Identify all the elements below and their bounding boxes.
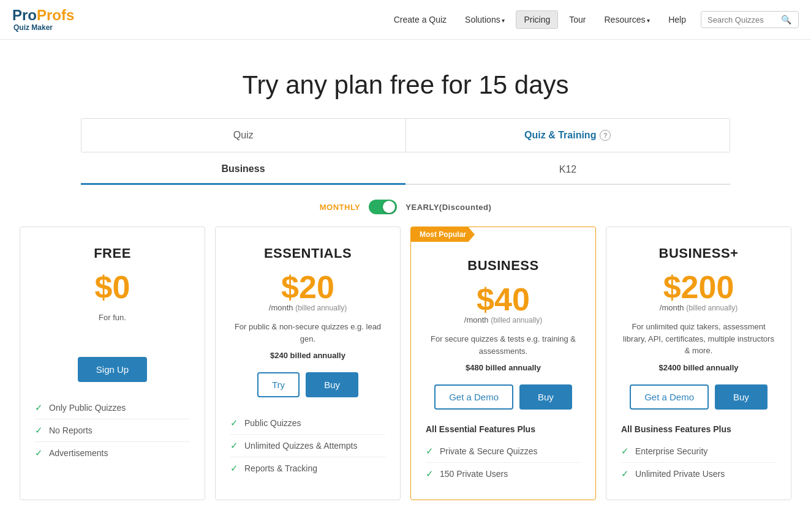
feature-label: Unlimited Private Users <box>635 469 725 479</box>
check-icon: ✓ <box>426 468 434 479</box>
check-icon: ✓ <box>230 463 238 474</box>
plan-free-amount: $0 <box>95 269 130 305</box>
billing-toggle[interactable] <box>369 200 397 214</box>
monthly-label: MONTHLY <box>320 203 361 212</box>
plan-business-price: $40 /month (billed annually) <box>426 283 581 324</box>
feature-label: Unlimited Quizzes & Attempts <box>244 441 357 451</box>
nav-create-quiz[interactable]: Create a Quiz <box>387 11 454 28</box>
plan-business: Most Popular BUSINESS $40 /month (billed… <box>410 227 596 500</box>
nav-resources[interactable]: Resources <box>597 11 658 28</box>
logo[interactable]: ProProfs Quiz Maker <box>12 7 74 32</box>
plan-businessplus-suffix: /month (billed annually) <box>621 303 776 312</box>
plan-essentials-price: $20 /month (billed annually) <box>230 271 385 312</box>
tab-quiz-training[interactable]: Quiz & Training ? <box>406 119 730 152</box>
feature-label: No Reports <box>49 425 92 435</box>
plan-business-btns: Get a Demo Buy <box>426 384 581 410</box>
feature-label: Enterprise Security <box>635 446 707 456</box>
list-item: ✓ Reports & Tracking <box>230 457 385 479</box>
plan-business-suffix: /month (billed annually) <box>426 315 581 324</box>
search-input[interactable] <box>707 15 781 24</box>
check-icon: ✓ <box>35 402 43 413</box>
check-icon: ✓ <box>621 468 629 479</box>
check-icon: ✓ <box>230 440 238 451</box>
plan-essentials-suffix: /month (billed annually) <box>230 303 385 312</box>
list-item: ✓ No Reports <box>35 419 190 442</box>
toggle-knob <box>383 201 395 213</box>
nav-links: Create a Quiz Solutions Pricing Tour Res… <box>387 10 693 29</box>
check-icon: ✓ <box>426 446 434 457</box>
plan-businessplus-tagline: For unlimited quiz takers, assessment li… <box>621 321 776 357</box>
feature-label: Only Public Quizzes <box>49 403 126 413</box>
plan-business-features-header: All Essential Features Plus <box>426 424 581 434</box>
plan-free-btns: Sign Up <box>35 357 190 382</box>
yearly-label: YEARLY(Discounted) <box>406 203 491 212</box>
nav-tour[interactable]: Tour <box>562 11 593 28</box>
list-item: ✓ Public Quizzes <box>230 412 385 435</box>
logo-sub: Quiz Maker <box>13 24 74 32</box>
sub-tab-k12[interactable]: K12 <box>406 155 730 184</box>
plan-business-plus: BUSINESS+ $200 /month (billed annually) … <box>606 227 791 500</box>
list-item: ✓ 150 Private Users <box>426 463 581 485</box>
businessplus-buy-button[interactable]: Buy <box>715 384 768 410</box>
list-item: ✓ Only Public Quizzes <box>35 397 190 419</box>
check-icon: ✓ <box>35 425 43 436</box>
nav-help[interactable]: Help <box>661 11 693 28</box>
plan-business-amount: $40 <box>477 282 530 317</box>
list-item: ✓ Enterprise Security <box>621 440 776 463</box>
businessplus-demo-button[interactable]: Get a Demo <box>630 384 709 410</box>
check-icon: ✓ <box>230 418 238 429</box>
plan-businessplus-features-header: All Business Features Plus <box>621 424 776 434</box>
business-demo-button[interactable]: Get a Demo <box>434 384 513 410</box>
feature-label: Advertisements <box>49 448 108 458</box>
list-item: ✓ Unlimited Quizzes & Attempts <box>230 435 385 457</box>
plan-business-features: ✓ Private & Secure Quizzes ✓ 150 Private… <box>426 440 581 485</box>
nav-pricing[interactable]: Pricing <box>516 10 558 29</box>
plan-essentials-amount: $20 <box>281 269 334 305</box>
quiz-training-tab-inner: Quiz & Training ? <box>417 130 719 141</box>
list-item: ✓ Private & Secure Quizzes <box>426 440 581 463</box>
search-icon: 🔍 <box>781 15 791 24</box>
plan-businessplus-price: $200 /month (billed annually) <box>621 271 776 312</box>
plan-free: FREE $0 For fun. Sign Up ✓ Only Public Q… <box>20 227 205 500</box>
plan-essentials-billed: $240 billed annually <box>230 351 385 360</box>
most-popular-badge: Most Popular <box>411 227 475 242</box>
business-buy-button[interactable]: Buy <box>519 384 572 410</box>
feature-label: Private & Secure Quizzes <box>440 446 538 456</box>
billing-toggle-row: MONTHLY YEARLY(Discounted) <box>0 200 811 214</box>
check-icon: ✓ <box>35 448 43 459</box>
logo-pro: Pro <box>12 7 37 23</box>
plan-essentials-btns: Try Buy <box>230 372 385 397</box>
plan-business-billed: $480 billed annually <box>426 363 581 372</box>
list-item: ✓ Advertisements <box>35 442 190 464</box>
plan-essentials: ESSENTIALS $20 /month (billed annually) … <box>215 227 401 500</box>
search-box: 🔍 <box>701 11 799 28</box>
hero-title: Try any plan free for 15 days <box>12 70 799 100</box>
feature-label: 150 Private Users <box>440 469 508 479</box>
plan-free-tagline: For fun. <box>35 312 190 324</box>
essentials-buy-button[interactable]: Buy <box>306 372 358 397</box>
list-item: ✓ Unlimited Private Users <box>621 463 776 485</box>
check-icon: ✓ <box>621 446 629 457</box>
plan-free-features: ✓ Only Public Quizzes ✓ No Reports ✓ Adv… <box>35 397 190 464</box>
nav-solutions[interactable]: Solutions <box>458 11 512 28</box>
essentials-try-button[interactable]: Try <box>257 372 300 397</box>
plan-essentials-title: ESSENTIALS <box>230 245 385 261</box>
plan-business-tagline: For secure quizzes & tests e.g. training… <box>426 333 581 357</box>
plan-business-title: BUSINESS <box>426 258 581 274</box>
help-circle-icon[interactable]: ? <box>600 130 611 141</box>
plan-essentials-features: ✓ Public Quizzes ✓ Unlimited Quizzes & A… <box>230 412 385 479</box>
plan-businessplus-features: ✓ Enterprise Security ✓ Unlimited Privat… <box>621 440 776 485</box>
feature-label: Public Quizzes <box>244 418 301 428</box>
plan-free-title: FREE <box>35 245 190 261</box>
plan-essentials-tagline: For public & non-secure quizzes e.g. lea… <box>230 321 385 345</box>
sub-tab-business[interactable]: Business <box>81 155 406 185</box>
main-tabs-wrapper: Quiz Quiz & Training ? Business K12 <box>81 118 730 185</box>
hero: Try any plan free for 15 days <box>0 40 811 118</box>
plan-businessplus-amount: $200 <box>663 269 734 305</box>
quiz-training-label: Quiz & Training <box>524 130 596 141</box>
tab-quiz[interactable]: Quiz <box>81 119 406 152</box>
sub-tabs: Business K12 <box>81 155 730 185</box>
free-signup-button[interactable]: Sign Up <box>78 357 147 382</box>
main-tabs: Quiz Quiz & Training ? <box>81 118 730 152</box>
plan-businessplus-billed: $2400 billed annually <box>621 363 776 372</box>
